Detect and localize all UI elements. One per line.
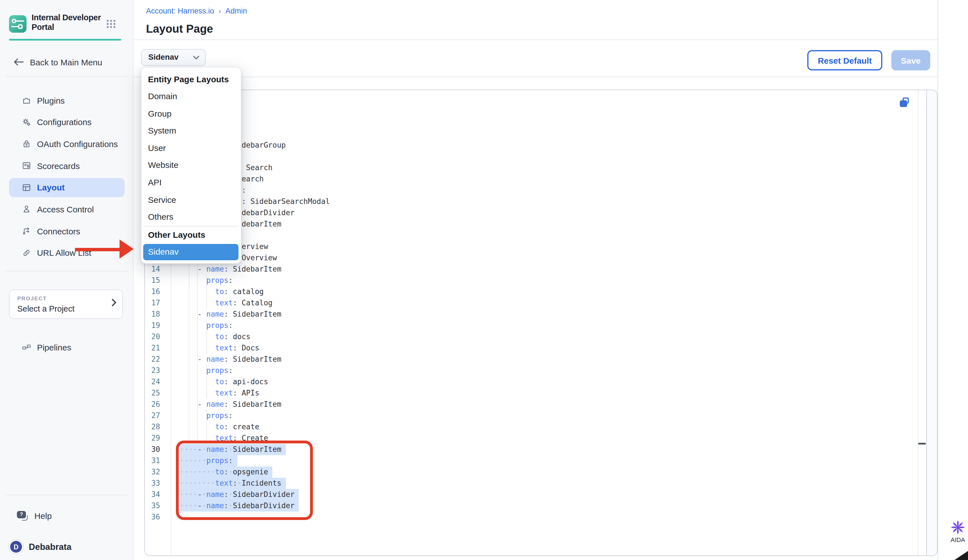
line-number: 18 <box>145 309 160 320</box>
menu-item-system[interactable]: System <box>141 122 240 140</box>
sidebar: Internal Developer Portal Back to Main M… <box>0 0 134 560</box>
line-number: 19 <box>145 320 160 332</box>
sidebar-divider <box>6 271 128 271</box>
sidebar-divider <box>6 76 128 77</box>
code-line[interactable]: 14 - name: SidebarItem <box>145 264 937 275</box>
line-text: - name: SidebarItem <box>180 264 281 275</box>
code-line[interactable]: 4 props: <box>145 151 937 162</box>
menu-item-sidenav[interactable]: Sidenav <box>143 244 239 260</box>
code-line[interactable]: 1page: <box>145 117 937 129</box>
annotation-arrow <box>75 239 134 259</box>
line-text: to: docs <box>180 332 250 343</box>
line-number: 29 <box>145 433 160 444</box>
code-line[interactable]: 7 children: <box>145 185 937 197</box>
menu-item-service[interactable]: Service <box>141 191 240 208</box>
code-line[interactable]: 2 children: <box>145 129 937 140</box>
chevron-right-icon <box>111 299 116 306</box>
copy-icon[interactable] <box>900 98 910 109</box>
code-line[interactable]: 5 label: Search <box>145 162 937 174</box>
project-label: PROJECT <box>17 295 47 301</box>
editor-scrollbar[interactable] <box>926 91 937 556</box>
sidebar-item-plugins[interactable]: Plugins <box>9 91 124 110</box>
menu-item-group[interactable]: Group <box>141 105 240 122</box>
code-line[interactable]: 17 text: Catalog <box>145 298 937 309</box>
nav-item-label: Layout <box>37 183 65 192</box>
code-line[interactable]: 23 props: <box>145 365 937 377</box>
aida-assistant-button[interactable]: AIDA <box>947 519 968 543</box>
code-line[interactable]: 26 - name: SidebarItem <box>145 399 937 410</box>
nav-item-label: Pipelines <box>37 342 71 352</box>
code-line[interactable]: 13 text: Overview <box>145 253 937 264</box>
aida-label: AIDA <box>947 536 968 543</box>
code-line[interactable]: 3 - name: SidebarGroup <box>145 140 937 151</box>
code-line[interactable]: 12 to: overview <box>145 241 937 253</box>
app-grid-icon[interactable] <box>106 20 116 28</box>
user-name: Debabrata <box>29 542 71 552</box>
portal-logo-icon <box>9 15 27 33</box>
annotation-highlight-box <box>176 441 313 520</box>
person-icon <box>21 204 31 215</box>
code-line[interactable]: 10 - name: SidebarItem <box>145 219 937 230</box>
line-number: 15 <box>145 275 160 286</box>
line-text: props: <box>180 410 233 422</box>
breadcrumb-admin-link[interactable]: Admin <box>225 7 247 15</box>
nav-item-label: Configurations <box>37 117 91 127</box>
line-number: 20 <box>145 332 160 343</box>
header-divider <box>134 40 937 40</box>
help-button[interactable]: ? Help <box>17 511 52 520</box>
code-line[interactable]: 22 - name: SidebarItem <box>145 354 937 365</box>
code-line[interactable]: 28 to: create <box>145 422 937 433</box>
line-number: 22 <box>145 354 160 365</box>
code-line[interactable]: 18 - name: SidebarItem <box>145 309 937 320</box>
sidebar-item-configurations[interactable]: Configurations <box>9 112 124 132</box>
gears-icon <box>21 117 31 127</box>
project-selector[interactable]: PROJECT Select a Project <box>9 289 123 319</box>
menu-item-website[interactable]: Website <box>141 157 240 174</box>
sidebar-item-connectors[interactable]: Connectors <box>9 221 124 241</box>
code-line[interactable]: 11 props: <box>145 230 937 241</box>
avatar: D <box>9 540 23 554</box>
code-line[interactable]: 15 props: <box>145 275 937 286</box>
nav-item-label: OAuth Configurations <box>37 139 118 149</box>
overview-ruler-divider <box>918 91 918 556</box>
layout-type-select[interactable]: Sidenav <box>141 49 206 66</box>
layout-select-menu: Entity Page LayoutsDomainGroupSystemUser… <box>141 67 241 264</box>
code-line[interactable]: 9 - name: SidebarDivider <box>145 208 937 219</box>
nav-item-label: Scorecards <box>37 161 80 170</box>
back-arrow-icon <box>13 58 24 66</box>
menu-item-domain[interactable]: Domain <box>141 88 240 105</box>
line-text: props: <box>180 320 233 332</box>
breadcrumb-account-link[interactable]: Account: Harness.io <box>146 7 214 15</box>
sidebar-item-oauth-configurations[interactable]: OAuth Configurations <box>9 134 124 154</box>
sidebar-item-layout[interactable]: Layout <box>9 178 124 197</box>
code-line[interactable]: 21 text: Docs <box>145 343 937 354</box>
code-line[interactable]: 24 to: api-docs <box>145 377 937 388</box>
line-number: 21 <box>145 343 160 354</box>
layout-type-value: Sidenav <box>148 53 179 61</box>
sidebar-item-pipelines[interactable]: Pipelines <box>9 337 124 357</box>
line-text: props: <box>180 365 233 377</box>
back-to-main-menu[interactable]: Back to Main Menu <box>13 55 126 69</box>
pipeline-icon <box>21 342 31 352</box>
code-line[interactable]: 6 to: /search <box>145 174 937 185</box>
sidebar-item-scorecards[interactable]: Scorecards <box>9 156 124 175</box>
user-menu[interactable]: D Debabrata <box>9 540 71 554</box>
page-edge-divider <box>937 0 938 560</box>
code-line[interactable]: 20 to: docs <box>145 332 937 343</box>
code-line[interactable]: 16 to: catalog <box>145 286 937 298</box>
menu-item-api[interactable]: API <box>141 174 240 191</box>
save-button[interactable]: Save <box>891 50 930 70</box>
code-line[interactable]: 19 props: <box>145 320 937 332</box>
mouse-cursor <box>955 551 968 560</box>
sidebar-item-access-control[interactable]: Access Control <box>9 200 124 219</box>
menu-item-user[interactable]: User <box>141 140 240 157</box>
line-text: to: catalog <box>180 286 264 298</box>
code-line[interactable]: 27 props: <box>145 410 937 422</box>
line-number: 23 <box>145 365 160 377</box>
menu-item-others[interactable]: Others <box>141 209 240 226</box>
help-icon: ? <box>17 511 28 520</box>
reset-default-button[interactable]: Reset Default <box>807 50 882 70</box>
code-line[interactable]: 8 - name: SidebarSearchModal <box>145 197 937 208</box>
page-title: Layout Page <box>146 23 213 35</box>
code-line[interactable]: 25 text: APIs <box>145 388 937 399</box>
